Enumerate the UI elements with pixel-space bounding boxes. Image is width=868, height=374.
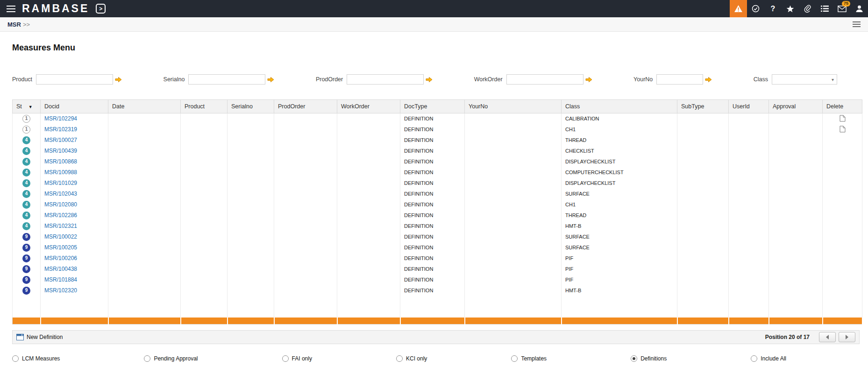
- table-row: 4MSR/102080DEFINITIONCH1: [13, 199, 862, 210]
- status-badge: 9: [22, 276, 30, 284]
- view-option-pending-approval[interactable]: Pending Approval: [144, 355, 198, 362]
- docid-link[interactable]: MSR/100868: [44, 158, 77, 165]
- breadcrumb-bar: MSR>>: [0, 17, 868, 32]
- docid-link[interactable]: MSR/100206: [44, 255, 77, 261]
- col-header-doctype[interactable]: DocType: [400, 100, 465, 113]
- col-header-delete[interactable]: Delete: [823, 100, 862, 113]
- filter-prodorder-input[interactable]: [347, 74, 424, 85]
- delete-document-icon[interactable]: [840, 126, 846, 133]
- cell-workorder: [337, 167, 400, 178]
- delete-document-icon[interactable]: [840, 115, 846, 122]
- col-header-approval[interactable]: Approval: [769, 100, 823, 113]
- col-header-date[interactable]: Date: [108, 100, 181, 113]
- cell-subtype: [677, 210, 729, 221]
- inbox-button[interactable]: 75: [833, 0, 851, 17]
- col-header-product[interactable]: Product: [181, 100, 228, 113]
- docid-link[interactable]: MSR/100438: [44, 266, 77, 272]
- cell-workorder: [337, 232, 400, 242]
- docid-link[interactable]: MSR/102294: [44, 115, 77, 122]
- main-menu-icon[interactable]: [7, 6, 15, 12]
- prev-page-button[interactable]: [819, 332, 836, 342]
- next-page-button[interactable]: [839, 332, 855, 342]
- docid-link[interactable]: MSR/102321: [44, 223, 77, 229]
- col-header-userid[interactable]: UserId: [729, 100, 769, 113]
- cell-prodorder: [274, 113, 337, 124]
- cell-serialno: [228, 232, 274, 242]
- docid-link[interactable]: MSR/100027: [44, 137, 77, 143]
- cell-product: [181, 189, 228, 199]
- filter-serialno-input[interactable]: [188, 74, 265, 85]
- cell-serialno: [228, 135, 274, 146]
- breadcrumb-msr-link[interactable]: MSR: [7, 21, 21, 28]
- new-definition-button[interactable]: New Definition: [16, 334, 63, 340]
- cell-subtype: [677, 124, 729, 135]
- col-header-subtype[interactable]: SubType: [677, 100, 729, 113]
- view-option-lcm-measures[interactable]: LCM Measures: [12, 355, 60, 362]
- view-option-definitions[interactable]: Definitions: [631, 355, 667, 362]
- cell-date: [108, 146, 181, 156]
- filter-go-arrow-icon[interactable]: [585, 77, 592, 83]
- filter-product-input[interactable]: [36, 74, 113, 85]
- col-header-workorder[interactable]: WorkOrder: [337, 100, 400, 113]
- docid-link[interactable]: MSR/102080: [44, 201, 77, 208]
- menu-list-button[interactable]: [816, 0, 833, 17]
- docid-link[interactable]: MSR/102319: [44, 126, 77, 133]
- alert-button[interactable]: [730, 0, 747, 17]
- col-header-st[interactable]: St▼: [13, 100, 41, 113]
- help-button[interactable]: ?: [764, 0, 782, 17]
- docid-link[interactable]: MSR/102043: [44, 191, 77, 197]
- col-header-class[interactable]: Class: [562, 100, 677, 113]
- class-select[interactable]: ▾: [772, 74, 837, 85]
- filter-go-arrow-icon[interactable]: [426, 77, 433, 83]
- view-option-kci-only[interactable]: KCI only: [396, 355, 427, 362]
- table-row: 9MSR/101884DEFINITIONPIF: [13, 275, 862, 285]
- table-row: 9MSR/102320DEFINITIONHMT-B: [13, 285, 862, 296]
- filter-workorder-input[interactable]: [506, 74, 583, 85]
- attachments-button[interactable]: [799, 0, 816, 17]
- cell-serialno: [228, 221, 274, 232]
- table-row: 4MSR/100868DEFINITIONDISPLAYCHECKLIST: [13, 156, 862, 167]
- profile-button[interactable]: [851, 0, 868, 17]
- view-option-include-all[interactable]: Include All: [751, 355, 786, 362]
- filter-go-arrow-icon[interactable]: [115, 77, 122, 83]
- cell-product: [181, 275, 228, 285]
- cell-serialno: [228, 275, 274, 285]
- rambase-logo[interactable]: RAMBASE: [22, 2, 89, 15]
- cell-workorder: [337, 285, 400, 296]
- cell-workorder: [337, 146, 400, 156]
- docid-link[interactable]: MSR/100439: [44, 148, 77, 154]
- context-menu-icon[interactable]: [853, 21, 861, 27]
- main-content: Measures Menu ProductSerialnoProdOrderWo…: [0, 43, 868, 325]
- cell-prodorder: [274, 189, 337, 199]
- cell-userid: [729, 178, 769, 189]
- docid-link[interactable]: MSR/100988: [44, 169, 77, 176]
- docid-link[interactable]: MSR/100205: [44, 244, 77, 251]
- cell-date: [108, 285, 181, 296]
- table-row: 4MSR/100027DEFINITIONTHREAD: [13, 135, 862, 146]
- verify-button[interactable]: [747, 0, 764, 17]
- cell-yourno: [465, 199, 562, 210]
- status-badge: 4: [22, 201, 30, 209]
- radio-icon: [282, 355, 289, 362]
- view-option-fai-only[interactable]: FAI only: [282, 355, 312, 362]
- cell-approval: [769, 242, 823, 253]
- table-row: 1MSR/102319DEFINITIONCH1: [13, 124, 862, 135]
- docid-link[interactable]: MSR/102286: [44, 212, 77, 219]
- logo-chevron-button[interactable]: >: [96, 4, 106, 14]
- col-header-serialno[interactable]: Serialno: [228, 100, 274, 113]
- cell-serialno: [228, 146, 274, 156]
- docid-link[interactable]: MSR/101884: [44, 276, 77, 283]
- docid-link[interactable]: MSR/102320: [44, 287, 77, 294]
- col-header-yourno[interactable]: YourNo: [465, 100, 562, 113]
- view-option-templates[interactable]: Templates: [511, 355, 547, 362]
- filter-go-arrow-icon[interactable]: [705, 77, 712, 83]
- col-header-prodorder[interactable]: ProdOrder: [274, 100, 337, 113]
- docid-link[interactable]: MSR/101029: [44, 180, 77, 186]
- col-header-docid[interactable]: Docid: [41, 100, 108, 113]
- cell-userid: [729, 199, 769, 210]
- filter-go-arrow-icon[interactable]: [267, 77, 274, 83]
- docid-link[interactable]: MSR/100022: [44, 233, 77, 240]
- filter-yourno-input[interactable]: [656, 74, 703, 85]
- cell-delete: [823, 275, 862, 285]
- favorites-button[interactable]: [782, 0, 799, 17]
